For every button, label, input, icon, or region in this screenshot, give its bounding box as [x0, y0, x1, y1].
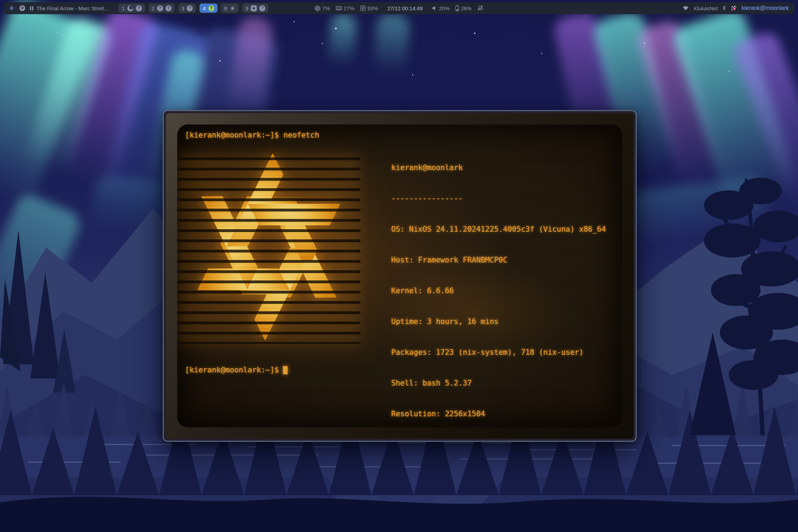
app-icon [251, 5, 257, 11]
wifi-icon[interactable] [682, 6, 689, 11]
neofetch-shell: Shell: bash 5.2.37 [391, 378, 611, 388]
clock[interactable]: 27/12 00:14:49 [387, 5, 423, 11]
bar-center-modules: 7% 27% 93% 27/12 00:14:49 20% [314, 2, 484, 14]
workspace-3[interactable]: 3? [178, 4, 196, 13]
speaker-icon [432, 6, 437, 11]
neofetch-info: kierank@moonlark ---------------- OS: Ni… [391, 142, 611, 427]
battery-module[interactable]: 26% [455, 5, 472, 11]
cpu-module[interactable]: 7% [314, 5, 330, 11]
neofetch-resolution: Resolution: 798x532 [391, 409, 611, 419]
neofetch-title: kierank@moonlark [391, 163, 611, 173]
crt-bezel: [kierank@moonlark:~]$ neofetch [166, 113, 634, 439]
top-bar: ✳ The Final Arrow - Marc Streit... 1?2??… [4, 2, 794, 14]
neofetch-kernel: Kernel: 6.6.66 [391, 286, 611, 296]
media-player-module[interactable]: The Final Arrow - Marc Streit... [30, 5, 108, 11]
workspace-number: 2 [152, 5, 155, 11]
neofetch-uptime: Uptime: 3 hours, 16 mins [391, 317, 611, 327]
unknown-app-icon: ? [187, 5, 193, 11]
terminal-cursor [283, 366, 288, 374]
workspace-2[interactable]: 2?? [149, 4, 175, 13]
workspace-8[interactable]: 8✳ [221, 4, 239, 13]
volume-level: 20% [439, 5, 450, 11]
desktop: { "bar": { "launcher_glyph": "✳", "media… [0, 0, 798, 532]
unknown-app-icon: ? [208, 5, 214, 11]
workspace-number: 9 [245, 5, 248, 11]
workspace-number: 1 [122, 5, 125, 11]
terminal-window[interactable]: [kierank@moonlark:~]$ neofetch [163, 110, 637, 442]
unknown-app-icon: ? [166, 5, 172, 11]
unknown-app-icon: ? [157, 5, 163, 11]
workspace-4[interactable]: 4? [200, 4, 217, 13]
disk-usage: 93% [368, 5, 378, 11]
workspaces: 1?2??3?4?8✳9? [118, 4, 268, 13]
tray-app-icon[interactable] [730, 5, 737, 11]
workspace-number: 4 [203, 5, 206, 11]
disk-module[interactable]: 93% [360, 5, 378, 11]
neofetch-packages: Packages: 1723 (nix-system), 718 (nix-us… [391, 347, 611, 358]
user-indicator[interactable]: kierank@moonlark [741, 5, 789, 11]
pause-icon [30, 6, 33, 10]
workspace-number: 8 [224, 5, 227, 11]
bell-slash-icon[interactable] [477, 5, 484, 11]
memory-module[interactable]: 27% [336, 5, 354, 11]
unknown-app-icon: ? [136, 5, 142, 11]
prompt-text: [kierank@moonlark:~]$ [185, 365, 279, 375]
volume-module[interactable]: 20% [432, 5, 450, 11]
bar-right-modules: KlukasNet kierank@moonlark [682, 5, 794, 11]
terminal-command-line: [kierank@moonlark:~]$ neofetch [185, 130, 319, 140]
bar-left-modules: ✳ The Final Arrow - Marc Streit... 1?2??… [4, 4, 268, 13]
terminal-screen[interactable]: [kierank@moonlark:~]$ neofetch [177, 125, 622, 427]
network-ssid[interactable]: KlukasNet [694, 5, 718, 11]
battery-level: 26% [461, 5, 472, 11]
terminal-prompt-line[interactable]: [kierank@moonlark:~]$ [185, 365, 288, 375]
spotify-icon[interactable] [19, 5, 25, 11]
neofetch-host: Host: Framework FRANBMCP0C [391, 255, 611, 265]
nix-launcher-icon[interactable]: ✳ [9, 5, 15, 12]
memory-usage: 27% [344, 5, 354, 11]
cpu-usage: 7% [322, 5, 330, 11]
disk-icon [360, 5, 366, 11]
memory-icon [336, 6, 342, 11]
bluetooth-icon[interactable] [722, 5, 726, 11]
workspace-9[interactable]: 9? [242, 4, 268, 13]
moon-app-icon [127, 5, 133, 11]
nix-app-icon: ✳ [230, 5, 236, 11]
cpu-icon [314, 5, 320, 11]
workspace-1[interactable]: 1? [118, 4, 145, 13]
battery-icon [455, 5, 459, 11]
neofetch-os: OS: NixOS 24.11.20241225.4005c3f (Vicuna… [391, 224, 611, 235]
logo-scanline-stripes [177, 150, 360, 344]
media-title: The Final Arrow - Marc Streit... [36, 5, 108, 11]
neofetch-underline: ---------------- [391, 193, 611, 204]
workspace-number: 3 [181, 5, 184, 11]
nixos-logo [177, 150, 360, 344]
unknown-app-icon: ? [259, 5, 265, 11]
